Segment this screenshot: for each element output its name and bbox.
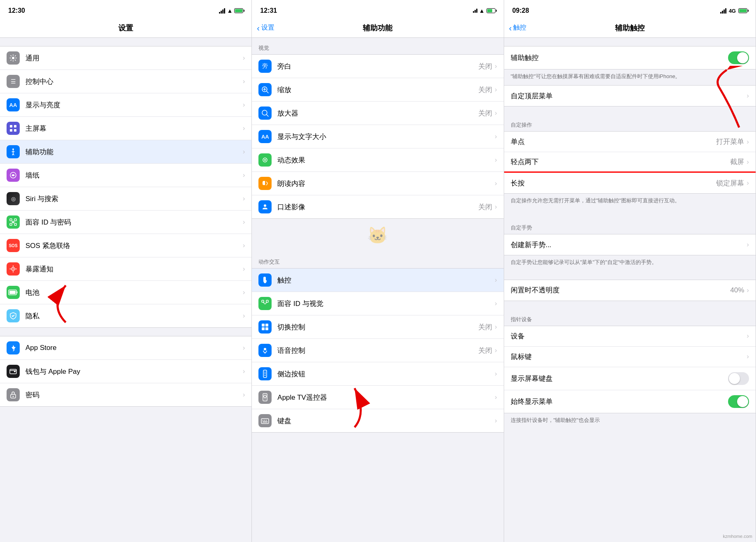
label-sidebutton: 侧边按钮 [277,369,495,379]
list-item-touch[interactable]: 触控 › [252,269,503,292]
chevron-left-icon-2: ‹ [257,24,260,32]
list-item[interactable]: App Store › [0,336,251,360]
custom-menu-item[interactable]: 自定顶层菜单 › [504,86,756,106]
label-zoom: 缩放 [277,85,478,95]
back-button-3[interactable]: ‹ 触控 [509,23,527,32]
list-item[interactable]: 面容 ID 与密码 › [0,211,251,234]
double-tap-item[interactable]: 轻点两下 截屏 › [504,152,756,173]
scroll-area-3[interactable]: 辅助触控 "辅助触控"可让您在触摸屏幕有困难或需要自适应配件时下使用iPhone… [504,38,756,542]
svg-point-13 [13,269,14,270]
svg-rect-28 [266,300,268,302]
nav-bar-3: ‹ 触控 辅助触控 [504,18,756,38]
icon-motion [258,153,272,167]
always-show-toggle[interactable] [728,395,749,408]
nav-bar-2: ‹ 设置 辅助功能 [252,18,503,38]
label-keyboard: 键盘 [277,416,495,426]
svg-point-23 [262,110,267,115]
value-magnifier: 关闭 [478,109,492,118]
label-exposure: 暴露通知 [25,264,243,274]
toggle-knob [737,52,748,63]
single-tap-item[interactable]: 单点 打开菜单 › [504,132,756,152]
list-item[interactable]: ☰ 控制中心 › [0,70,251,93]
settings-icon-control: ☰ [7,75,20,88]
assistivetouch-toggle[interactable] [728,51,749,64]
list-item[interactable]: AA 显示与亮度 › [0,93,251,117]
label-faceid: 面容 ID 与密码 [25,218,243,227]
svg-rect-4 [14,129,16,132]
list-item[interactable]: 语音控制 关闭 › [252,339,503,362]
mouse-keys-item[interactable]: 鼠标键 › [504,347,756,367]
label-assistivetouch: 辅助触控 [511,53,728,63]
label-voiceover: 旁白 [277,62,478,71]
opacity-item[interactable]: 闲置时不透明度 40% › [504,280,756,301]
screen-keyboard-item[interactable]: 显示屏幕键盘 [504,367,756,390]
list-item[interactable]: 键盘 › [252,409,503,432]
list-item[interactable]: Apple TV遥控器 › [252,386,503,409]
list-item[interactable]: 暴露通知 › [0,257,251,281]
svg-rect-16 [17,292,18,294]
always-show-menu-item[interactable]: 始终显示菜单 [504,390,756,413]
icon-voiceover: 旁 [258,60,272,73]
scroll-area-2[interactable]: 视觉 旁 旁白 关闭 › 缩放 [252,38,503,542]
list-item-accessibility[interactable]: 辅助功能 › [0,140,251,164]
list-item[interactable]: 切换控制 关闭 › [252,315,503,339]
icon-spoken [258,177,272,190]
label-mousekeys: 鼠标键 [511,352,747,361]
section-pointer: 指针设备 [504,309,756,326]
long-press-item[interactable]: 长按 锁定屏幕 › [504,173,756,193]
label-textsize: 显示与文字大小 [277,132,495,141]
label-appletv: Apple TV遥控器 [277,393,495,402]
list-item[interactable]: 隐私 › [0,304,251,327]
list-item[interactable]: AA 显示与文字大小 › [252,125,503,148]
label-motion: 动态效果 [277,155,495,165]
list-item[interactable]: 面容 ID 与视觉 › [252,292,503,315]
list-item[interactable]: SOS SOS 紧急联络 › [0,234,251,257]
settings-icon-homescreen [7,122,20,135]
screen-keyboard-toggle[interactable] [728,372,749,385]
svg-rect-15 [9,291,16,294]
list-item[interactable]: 动态效果 › [252,148,503,172]
svg-rect-36 [265,352,265,354]
scroll-area-1[interactable]: 通用 › ☰ 控制中心 › AA 显示与亮度 › [0,38,251,542]
label-longpress: 长按 [511,178,717,188]
back-label-3: 触控 [513,23,526,32]
label-privacy: 隐私 [25,311,243,321]
svg-rect-18 [14,371,16,372]
list-item[interactable]: 电池 › [0,281,251,304]
assistivetouch-toggle-row[interactable]: 辅助触控 [504,46,756,69]
label-screenkeyboard: 显示屏幕键盘 [511,374,728,383]
nav-bar-1: 设置 [0,18,251,38]
svg-rect-41 [261,419,269,424]
device-item[interactable]: 设备 › [504,326,756,347]
status-icons-3: 4G [720,8,747,14]
list-item[interactable]: 侧边按钮 › [252,362,503,386]
back-button-2[interactable]: ‹ 设置 [257,23,274,32]
list-item[interactable]: 密码 › [0,383,251,406]
value-audiodesc: 关闭 [478,202,492,212]
list-item[interactable]: 缩放 关闭 › [252,78,503,102]
list-item[interactable]: 通用 › [0,46,251,70]
status-icons-1: ▲ [219,7,243,14]
svg-rect-7 [10,219,12,221]
list-item[interactable]: 口述影像 关闭 › [252,195,503,218]
pointer-desc: 连接指针设备时，"辅助触控"也会显示 [504,413,756,429]
svg-point-0 [12,57,14,59]
list-item[interactable]: 放大器 关闭 › [252,102,503,125]
battery-icon-1 [234,8,243,13]
settings-list: 通用 › ☰ 控制中心 › AA 显示与亮度 › [0,46,251,328]
battery-icon-2 [486,8,496,13]
list-item[interactable]: 朗读内容 › [252,172,503,195]
section-visual: 视觉 [252,38,503,54]
list-item[interactable]: ◎ Siri 与搜索 › [0,187,251,211]
icon-audiodesc [258,200,272,213]
list-item[interactable]: 主屏幕 › [0,117,251,140]
label-sos: SOS 紧急联络 [25,241,243,250]
list-item[interactable]: 墙纸 › [0,164,251,187]
list-item[interactable]: 旁 旁白 关闭 › [252,55,503,78]
label-device: 设备 [511,331,747,341]
svg-point-30 [266,303,267,303]
settings-icon-general [7,51,20,65]
create-gesture-item[interactable]: 创建新手势... › [504,234,756,255]
list-item[interactable]: 钱包与 Apple Pay › [0,360,251,383]
svg-rect-10 [14,223,16,225]
